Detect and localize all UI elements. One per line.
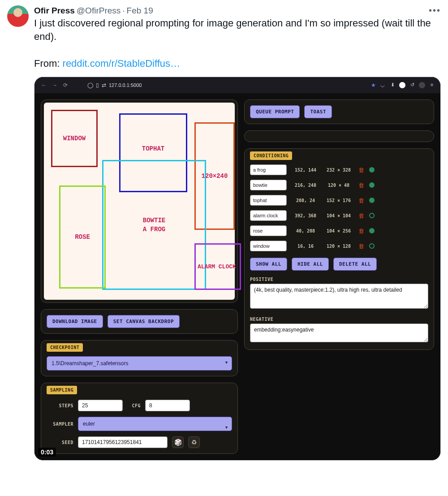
- region-position: 40, 208: [291, 229, 320, 233]
- region-position: 16, 16: [291, 244, 320, 249]
- download-icon[interactable]: ⬇: [389, 82, 396, 88]
- history-icon[interactable]: ↺: [409, 82, 415, 88]
- steps-label: STEPS: [47, 403, 73, 408]
- user-handle[interactable]: @OfirPress: [77, 6, 121, 16]
- delete-region-icon[interactable]: 🗑: [358, 182, 365, 189]
- region-size: 120 × 48: [324, 183, 353, 188]
- conditioning-row: 40, 208104 × 256🗑: [250, 225, 428, 236]
- negative-label: NEGATIVE: [250, 317, 428, 322]
- delete-region-icon[interactable]: 🗑: [358, 167, 365, 173]
- back-icon[interactable]: ←: [40, 82, 48, 88]
- positive-textarea[interactable]: (4k, best quality, masterpiece:1.2), ult…: [250, 284, 428, 309]
- pocket-icon[interactable]: ◡: [379, 82, 386, 88]
- delete-region-icon[interactable]: 🗑: [358, 228, 365, 234]
- toggle-visibility-icon[interactable]: [369, 167, 375, 173]
- progress-bar: [244, 130, 434, 142]
- region-position: 208, 24: [291, 198, 320, 203]
- region-name-input[interactable]: [250, 180, 287, 190]
- browser-toolbar: ← → ⟳ ◯ ▯ ⇄ 127.0.0.1:5000 ★ ◡ ⬇: [34, 77, 440, 93]
- toast-button[interactable]: TOAST: [304, 105, 332, 118]
- tweet-link[interactable]: reddit.com/r/StableDiffus…: [63, 58, 180, 69]
- delete-region-icon[interactable]: 🗑: [358, 212, 365, 219]
- conditioning-panel: CONDITIONING 152, 144232 × 328🗑216, 2481…: [244, 148, 434, 350]
- hide-all-button[interactable]: HIDE ALL: [292, 258, 329, 271]
- avatar[interactable]: [7, 5, 29, 27]
- randomize-seed-button[interactable]: 🎲: [172, 436, 184, 448]
- conditioning-label: CONDITIONING: [250, 151, 292, 160]
- region-frog[interactable]: BOWTIE A FROG: [102, 160, 206, 290]
- extension-icon[interactable]: [399, 82, 405, 88]
- display-name[interactable]: Ofir Press: [34, 6, 75, 16]
- delete-region-icon[interactable]: 🗑: [358, 197, 365, 204]
- toggle-visibility-icon[interactable]: [369, 213, 375, 218]
- recycle-seed-button[interactable]: ♻: [188, 436, 200, 448]
- region-position: 152, 144: [291, 168, 320, 173]
- conditioning-row: 208, 24152 × 176🗑: [250, 195, 428, 206]
- region-size: 120 × 128: [324, 244, 353, 249]
- checkpoint-panel: CHECKPOINT 1.5\Dreamshaper_7.safetensors: [41, 340, 238, 376]
- bookmark-star-icon[interactable]: ★: [371, 82, 376, 88]
- shield-icon[interactable]: ◯: [87, 82, 93, 88]
- video-embed[interactable]: ← → ⟳ ◯ ▯ ⇄ 127.0.0.1:5000 ★ ◡ ⬇: [34, 77, 441, 461]
- steps-input[interactable]: [78, 400, 123, 411]
- region-size: 232 × 328: [324, 168, 353, 173]
- download-image-button[interactable]: DOWNLOAD IMAGE: [47, 315, 103, 328]
- checkpoint-select[interactable]: 1.5\Dreamshaper_7.safetensors: [47, 356, 232, 371]
- profile-icon[interactable]: [419, 82, 425, 88]
- forward-icon[interactable]: →: [51, 82, 59, 88]
- reload-icon[interactable]: ⟳: [61, 82, 69, 88]
- region-name-input[interactable]: [250, 241, 287, 251]
- show-all-button[interactable]: SHOW ALL: [250, 258, 287, 271]
- conditioning-row: 16, 16120 × 128🗑: [250, 241, 428, 251]
- region-position: 216, 248: [291, 183, 320, 188]
- region-name-input[interactable]: [250, 195, 287, 206]
- page-icon: ▯: [96, 82, 99, 88]
- region-name-input[interactable]: [250, 164, 287, 175]
- checkpoint-label: CHECKPOINT: [47, 343, 83, 352]
- region-position: 392, 368: [291, 213, 320, 218]
- delete-region-icon[interactable]: 🗑: [358, 243, 365, 250]
- delete-all-button[interactable]: DELETE ALL: [333, 258, 377, 271]
- region-name-input[interactable]: [250, 225, 287, 236]
- region-window[interactable]: WINDOW: [51, 110, 98, 167]
- sampler-select[interactable]: euler: [78, 417, 232, 431]
- tweet-date[interactable]: Feb 19: [127, 6, 153, 16]
- seed-label: SEED: [47, 440, 73, 445]
- sampler-label: SAMPLER: [47, 422, 73, 427]
- seed-input[interactable]: [78, 436, 168, 448]
- video-timestamp: 0:03: [38, 448, 56, 457]
- conditioning-row: 392, 368104 × 104🗑: [250, 210, 428, 221]
- cfg-input[interactable]: [145, 400, 190, 411]
- cfg-label: CFG: [127, 403, 141, 408]
- set-canvas-backdrop-button[interactable]: SET CANVAS BACKDROP: [108, 315, 180, 328]
- region-alarm-clock[interactable]: ALARM CLOCK: [194, 243, 241, 290]
- region-size: 104 × 104: [324, 213, 353, 218]
- sampling-panel: SAMPLING STEPS CFG SAMPLER euler: [41, 383, 238, 454]
- toggle-visibility-icon[interactable]: [369, 243, 375, 249]
- menu-icon[interactable]: ≡: [429, 82, 435, 88]
- toggle-visibility-icon[interactable]: [369, 228, 375, 233]
- separator-dot: ·: [122, 6, 125, 16]
- connection-icon[interactable]: ⇄: [102, 82, 106, 88]
- region-canvas[interactable]: WINDOW TOPHAT 120×240 BOWTIE A FROG ROSE…: [44, 103, 235, 300]
- queue-prompt-button[interactable]: QUEUE PROMPT: [250, 105, 300, 118]
- region-size: 152 × 176: [324, 198, 353, 203]
- region-size: 104 × 256: [324, 229, 353, 233]
- sampling-label: SAMPLING: [47, 386, 77, 394]
- tweet-text: I just discovered regional prompting for…: [34, 17, 441, 70]
- region-name-input[interactable]: [250, 210, 287, 221]
- toggle-visibility-icon[interactable]: [369, 198, 375, 203]
- conditioning-row: 216, 248120 × 48🗑: [250, 180, 428, 190]
- conditioning-row: 152, 144232 × 328🗑: [250, 164, 428, 175]
- url-text[interactable]: 127.0.0.1:5000: [109, 82, 142, 88]
- toggle-visibility-icon[interactable]: [369, 182, 375, 188]
- region-rose[interactable]: ROSE: [59, 185, 106, 289]
- positive-label: POSITIVE: [250, 277, 428, 282]
- negative-textarea[interactable]: embedding:easynegative: [250, 323, 428, 342]
- more-menu-icon[interactable]: •••: [429, 5, 441, 16]
